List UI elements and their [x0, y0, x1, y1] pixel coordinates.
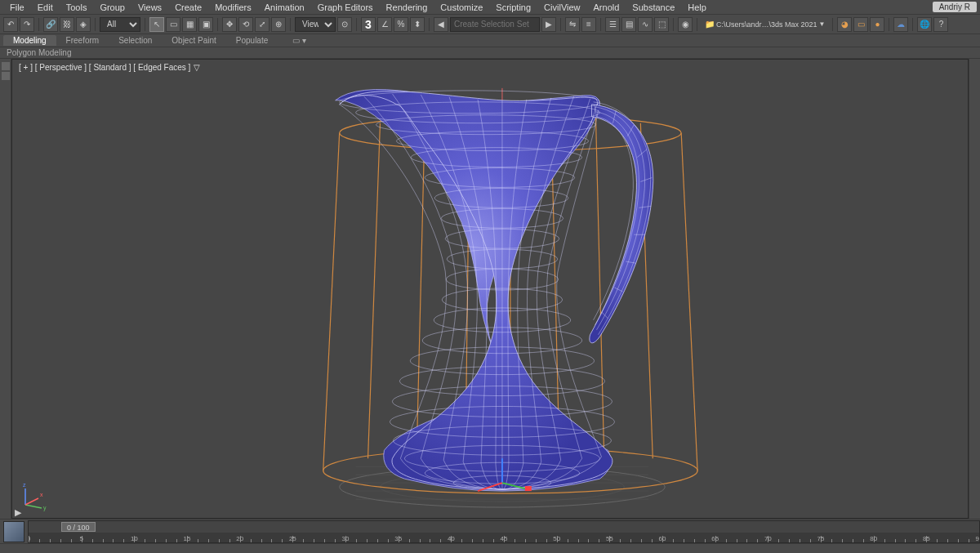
tick — [726, 539, 727, 543]
coord-system-dropdown[interactable]: View — [295, 17, 336, 32]
unlink-icon: ⛓ — [63, 20, 71, 29]
move-button[interactable]: ✥ — [222, 17, 237, 32]
spinner-snap-button[interactable]: ⬍ — [410, 17, 425, 32]
time-handle[interactable]: 0 / 100 — [61, 522, 96, 532]
bind-button[interactable]: ◈ — [76, 17, 91, 32]
tick — [155, 539, 156, 543]
render-frame-button[interactable]: ▭ — [853, 17, 868, 32]
viewport-play-button[interactable]: ▶ — [14, 508, 22, 516]
rotate-button[interactable]: ⟲ — [238, 17, 253, 32]
menu-arnold[interactable]: Arnold — [587, 2, 626, 12]
globe-icon: 🌐 — [920, 20, 929, 29]
tick — [145, 539, 145, 543]
left-tool-1[interactable] — [2, 62, 10, 70]
tick-label: 50 — [553, 535, 560, 542]
menu-file[interactable]: File — [3, 2, 31, 12]
tick — [800, 539, 800, 543]
menu-substance[interactable]: Substance — [626, 2, 681, 12]
folder-icon: 📁 — [705, 20, 715, 29]
curve-editor-button[interactable]: ∿ — [638, 17, 653, 32]
select-region-button[interactable]: ▭ — [166, 17, 180, 32]
cursor-icon: ↖ — [154, 20, 160, 29]
menu-customize[interactable]: Customize — [434, 2, 489, 12]
menu-civilview[interactable]: CivilView — [537, 2, 586, 12]
menu-help[interactable]: Help — [681, 2, 713, 12]
left-tool-2[interactable] — [2, 72, 10, 80]
scale-button[interactable]: ⤢ — [255, 17, 270, 32]
tab-freeform[interactable]: Freeform — [56, 35, 109, 46]
menu-tools[interactable]: Tools — [60, 2, 94, 12]
pitcher-handle — [590, 105, 653, 343]
mirror-button[interactable]: ⇋ — [565, 17, 580, 32]
tick — [113, 539, 114, 543]
tab-modeling[interactable]: Modeling — [3, 35, 56, 46]
play-icon: ▶ — [15, 507, 21, 518]
layer-explorer-button[interactable]: ☰ — [605, 17, 620, 32]
menu-graph-editors[interactable]: Graph Editors — [311, 2, 380, 12]
tick — [493, 539, 494, 543]
tick — [103, 539, 104, 543]
select-button[interactable]: ↖ — [149, 17, 164, 32]
separator — [95, 18, 96, 31]
tick — [483, 539, 483, 543]
time-ruler[interactable]: 0 / 100 05101520253035404550556065707580… — [28, 520, 980, 543]
selection-set-input[interactable] — [450, 17, 540, 32]
menu-rendering[interactable]: Rendering — [380, 2, 434, 12]
tick — [71, 539, 72, 543]
undo-button[interactable]: ↶ — [3, 17, 18, 32]
menu-group[interactable]: Group — [93, 2, 131, 12]
select-window-button[interactable]: ▦ — [182, 17, 197, 32]
angle-snap-button[interactable]: ∠ — [377, 17, 392, 32]
time-ticks: 051015202530354045505560657075808590 — [29, 533, 979, 543]
separator — [429, 18, 430, 31]
selection-filter-dropdown[interactable]: All — [100, 17, 140, 32]
world-axis-gizmo: z y x — [19, 479, 51, 511]
menu-animation[interactable]: Animation — [258, 2, 311, 12]
link-icon: 🔗 — [46, 20, 56, 29]
viewcube[interactable] — [3, 521, 24, 542]
help-button[interactable]: ? — [933, 17, 948, 32]
tick-label: 20 — [236, 535, 243, 542]
align-button[interactable]: ≡ — [581, 17, 596, 32]
tick — [219, 539, 220, 543]
render-cloud-button[interactable]: ☁ — [893, 17, 908, 32]
tick-label: 40 — [448, 535, 455, 542]
snap-toggle-button[interactable]: 3 — [361, 17, 376, 32]
pivot-button[interactable]: ⊙ — [337, 17, 352, 32]
menu-views[interactable]: Views — [131, 2, 168, 12]
tick — [472, 539, 473, 543]
menu-scripting[interactable]: Scripting — [489, 2, 537, 12]
tick — [271, 539, 272, 543]
percent-snap-button[interactable]: % — [394, 17, 408, 32]
tab-selection[interactable]: Selection — [109, 35, 162, 46]
rotate-icon: ⟲ — [243, 20, 249, 29]
select-crossing-button[interactable]: ▣ — [198, 17, 213, 32]
schematic-view-button[interactable]: ⬚ — [654, 17, 669, 32]
named-sel-next-button[interactable]: ▶ — [541, 17, 556, 32]
tick-label: 15 — [184, 535, 191, 542]
frame-icon: ▭ — [858, 20, 865, 29]
open-autodesk-button[interactable]: 🌐 — [917, 17, 932, 32]
unlink-button[interactable]: ⛓ — [60, 17, 74, 32]
link-button[interactable]: 🔗 — [43, 17, 58, 32]
ribbon-options-button[interactable]: ▭ ▾ — [283, 35, 316, 46]
render-setup-button[interactable]: ◕ — [837, 17, 852, 32]
toggle-ribbon-button[interactable]: ▤ — [621, 17, 636, 32]
material-editor-button[interactable]: ◉ — [678, 17, 693, 32]
tab-object-paint[interactable]: Object Paint — [162, 35, 225, 46]
tick — [388, 539, 389, 543]
tick — [166, 539, 167, 543]
placement-button[interactable]: ⊕ — [271, 17, 286, 32]
viewport[interactable]: [ + ] [ Perspective ] [ Standard ] [ Edg… — [11, 59, 969, 519]
render-button[interactable]: ● — [870, 17, 884, 32]
tick — [737, 539, 737, 543]
redo-button[interactable]: ↷ — [20, 17, 34, 32]
menu-edit[interactable]: Edit — [31, 2, 60, 12]
menu-create[interactable]: Create — [168, 2, 208, 12]
named-sel-prev-button[interactable]: ◀ — [434, 17, 448, 32]
tab-populate[interactable]: Populate — [226, 35, 278, 46]
project-folder[interactable]: 📁 C:\Users\andr…\3ds Max 2021 ▼ — [702, 20, 828, 29]
username-badge[interactable]: Andriy R — [933, 2, 977, 12]
menu-modifiers[interactable]: Modifiers — [208, 2, 258, 12]
tick — [810, 539, 811, 543]
